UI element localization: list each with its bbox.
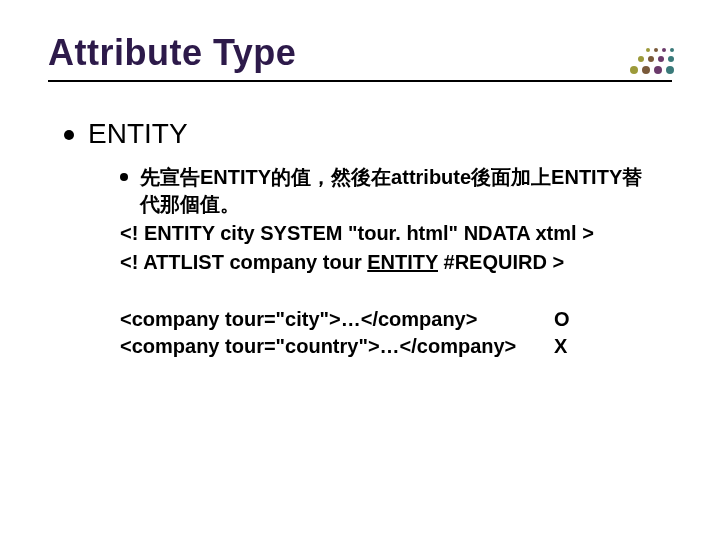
- bullet-icon: [120, 173, 128, 181]
- example-row: <company tour="country">…</company> X: [120, 333, 660, 360]
- bullet-icon: [64, 130, 74, 140]
- level2-block: 先宣告ENTITY的值，然後在attribute後面加上ENTITY替代那個值。…: [120, 164, 660, 360]
- code-line-1: <! ENTITY city SYSTEM "tour. html" NDATA…: [120, 220, 660, 247]
- title-underline: [48, 80, 672, 82]
- slide-title: Attribute Type: [48, 32, 672, 74]
- example-mark: X: [554, 333, 567, 360]
- slide: Attribute Type ENTITY 先宣告ENTITY的值，然後在att…: [0, 0, 720, 540]
- code-line-2: <! ATTLIST company tour ENTITY #REQUIRD …: [120, 249, 660, 276]
- level2-desc-item: 先宣告ENTITY的值，然後在attribute後面加上ENTITY替代那個值。: [120, 164, 660, 218]
- level1-item: ENTITY: [64, 118, 672, 150]
- code-text-pre: <! ATTLIST company tour: [120, 251, 367, 273]
- code-text: <! ENTITY city SYSTEM "tour. html" NDATA…: [120, 222, 594, 244]
- example-code: <company tour="city">…</company>: [120, 306, 550, 333]
- level1-heading: ENTITY: [88, 118, 188, 150]
- example-mark: O: [554, 306, 570, 333]
- code-text-post: #REQUIRD >: [438, 251, 564, 273]
- level2-desc: 先宣告ENTITY的值，然後在attribute後面加上ENTITY替代那個值。: [140, 164, 660, 218]
- example-code: <company tour="country">…</company>: [120, 333, 550, 360]
- examples-block: <company tour="city">…</company> O <comp…: [120, 306, 660, 360]
- code-text-underlined: ENTITY: [367, 251, 438, 273]
- content-area: ENTITY 先宣告ENTITY的值，然後在attribute後面加上ENTIT…: [64, 118, 672, 360]
- example-row: <company tour="city">…</company> O: [120, 306, 660, 333]
- decorative-dots: [630, 48, 674, 74]
